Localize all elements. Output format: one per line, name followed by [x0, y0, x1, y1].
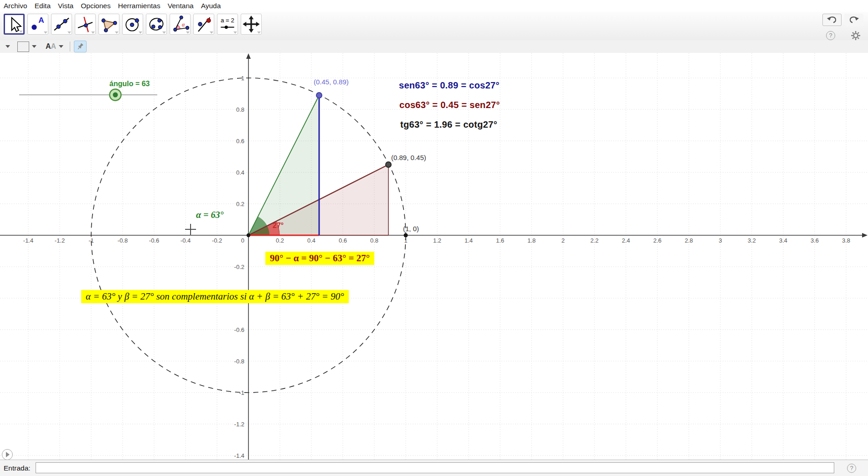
toolbar: A	[0, 12, 868, 41]
axis-tick-label: 0.6	[236, 138, 244, 145]
color-swatch[interactable]	[17, 41, 29, 52]
redo-icon	[848, 15, 860, 25]
menu-archivo[interactable]: Archivo	[0, 2, 31, 10]
axis-tick-label: 0.2	[236, 201, 244, 207]
axis-tick-label: 3.6	[811, 237, 819, 244]
slider-tool-button[interactable]: a = 2	[217, 14, 238, 35]
gear-icon[interactable]	[851, 31, 861, 41]
origin-point[interactable]	[247, 233, 250, 237]
svg-text:a = 2: a = 2	[221, 17, 234, 24]
chevron-down-icon	[162, 31, 166, 34]
slider-icon: a = 2	[218, 15, 237, 33]
chevron-down-icon	[67, 31, 71, 34]
graphics-view[interactable]: -1.4-1.2-1-0.8-0.6-0.4-0.200.20.40.60.81…	[0, 53, 868, 460]
alpha-63-label: α = 63°	[196, 210, 223, 220]
conic-tool-button[interactable]	[146, 14, 167, 35]
move-view-icon	[242, 15, 260, 33]
menu-vista[interactable]: Vista	[54, 2, 77, 10]
axis-tick-label: -1.4	[234, 452, 244, 459]
axis-tick-label: -0.6	[149, 237, 159, 244]
help-icon[interactable]: ?	[826, 31, 835, 40]
y-axis-arrow	[246, 53, 251, 59]
angle-tool-button[interactable]: α	[170, 14, 191, 35]
menu-edita[interactable]: Edita	[31, 2, 54, 10]
menu-bar: Archivo Edita Vista Opciones Herramienta…	[0, 0, 868, 12]
angle-icon: α	[171, 15, 189, 33]
axis-tick-label: -1.2	[55, 237, 65, 244]
menu-herramientas[interactable]: Herramientas	[114, 2, 164, 10]
aa-light: A	[51, 42, 57, 50]
menu-ventana[interactable]: Ventana	[164, 2, 197, 10]
cos63-text: cos63° = 0.45 = sen27°	[399, 100, 500, 110]
axis-tick-label: 0.6	[339, 237, 347, 244]
slider-value-label[interactable]: ángulo = 63	[109, 80, 150, 88]
coordinate-grid	[0, 53, 868, 460]
axis-tick-label: 2.6	[653, 237, 661, 244]
circle-center-point-tool-button[interactable]	[122, 14, 143, 35]
point-tool-button[interactable]: A	[27, 14, 48, 35]
undo-button[interactable]	[822, 14, 842, 26]
circle-center-point-icon	[124, 15, 142, 33]
chevron-down-icon	[44, 31, 47, 34]
axis-tick-label: 2.2	[590, 237, 599, 244]
axis-tick-label: -1.2	[234, 421, 244, 428]
axis-tick-label: 1.4	[465, 237, 473, 244]
move-graphics-view-tool-button[interactable]	[241, 14, 262, 35]
point-c-coordinates-label: (0.89, 0.45)	[391, 154, 426, 161]
complementary-angles-text: α = 63° y β = 27° son complementarios si…	[81, 290, 349, 303]
play-icon	[6, 452, 10, 457]
pin-to-screen-button[interactable]	[74, 41, 87, 52]
entrada-input[interactable]	[36, 462, 834, 473]
axis-tick-label: -0.2	[234, 264, 244, 270]
chevron-down-icon[interactable]	[59, 45, 63, 48]
stylebar-collapse-icon[interactable]	[5, 45, 10, 48]
perpendicular-line-icon	[76, 15, 94, 33]
axis-tick-labels: -1.4-1.2-1-0.8-0.6-0.4-0.200.20.40.60.81…	[23, 75, 850, 459]
aa-dark: A	[46, 42, 51, 50]
axis-tick-label: 1.8	[527, 237, 536, 244]
axis-tick-label: 0.4	[307, 237, 315, 244]
axis-tick-label: 3.2	[748, 237, 756, 244]
point-c-089-045[interactable]	[386, 162, 391, 167]
reflect-tool-button[interactable]	[193, 14, 214, 35]
chevron-down-icon	[115, 31, 119, 34]
play-animation-button[interactable]	[2, 449, 13, 460]
axis-tick-label: -0.6	[234, 326, 244, 333]
input-help-icon[interactable]: ?	[847, 464, 856, 473]
chevron-down-icon	[210, 31, 213, 34]
axis-tick-label: 2.8	[685, 237, 693, 244]
chevron-down-icon	[257, 31, 261, 34]
chevron-down-icon[interactable]	[32, 45, 36, 48]
axis-tick-label: 0.8	[236, 106, 244, 113]
axis-tick-label: 0.8	[370, 237, 378, 244]
axis-tick-label: 0.2	[276, 237, 284, 244]
graphics-style-bar: AA	[0, 40, 868, 53]
axis-tick-label: -0.8	[234, 358, 244, 365]
point-a-1-0[interactable]	[404, 233, 408, 238]
axis-tick-label: 3	[718, 237, 722, 244]
entrada-label: Entrada:	[4, 464, 31, 472]
axis-tick-label: 1.6	[496, 237, 504, 244]
complement-formula-text: 90° − α = 90° − 63° = 27°	[265, 252, 374, 265]
point-a-coordinates-label: (1, 0)	[403, 225, 419, 233]
menu-opciones[interactable]: Opciones	[77, 2, 114, 10]
axis-tick-label: -1.4	[23, 237, 33, 244]
move-tool-button[interactable]	[4, 14, 25, 35]
conic-five-points-icon	[147, 15, 165, 33]
menu-ayuda[interactable]: Ayuda	[197, 2, 225, 10]
svg-text:α: α	[182, 21, 185, 28]
axis-tick-label: -0.2	[212, 237, 222, 244]
text-style-button[interactable]: AA	[46, 42, 56, 51]
axis-tick-label: 1.2	[433, 237, 441, 244]
perpendicular-line-tool-button[interactable]	[75, 14, 96, 35]
redo-button[interactable]	[844, 14, 863, 26]
axis-tick-label: 0.4	[236, 169, 244, 176]
axis-tick-label: 0	[241, 237, 244, 244]
x-axis-arrow	[862, 233, 868, 238]
chevron-down-icon	[91, 31, 95, 34]
tg63-text: tg63° = 1.96 = cotg27°	[400, 119, 497, 130]
chevron-down-icon	[186, 31, 190, 34]
point-b-045-089[interactable]	[316, 93, 322, 98]
line-tool-button[interactable]	[51, 14, 72, 35]
polygon-tool-button[interactable]	[98, 14, 119, 35]
